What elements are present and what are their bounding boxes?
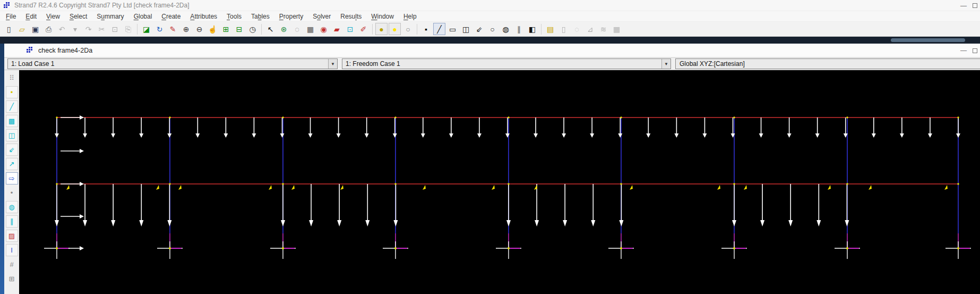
maximize-button[interactable] (973, 0, 980, 11)
edit-attribute-button[interactable]: ▰ (331, 23, 343, 35)
open-file-icon: ▱ (19, 26, 25, 33)
new-file-button[interactable]: ▯ (3, 23, 15, 35)
select-pointer-button[interactable]: ↖ (264, 23, 277, 35)
menu-edit[interactable]: Edit (21, 12, 41, 21)
new-file-icon: ▯ (7, 26, 11, 33)
menu-results[interactable]: Results (336, 12, 366, 21)
menu-tables[interactable]: Tables (246, 12, 274, 21)
select-beam-button[interactable]: ╱ (433, 23, 445, 35)
zoom-out-button[interactable]: ⊖ (193, 23, 205, 35)
select-vertex-button[interactable]: ○ (486, 23, 498, 35)
link-create-button[interactable]: ⇙ (6, 144, 18, 156)
results-graph-button[interactable]: ≋ (597, 23, 609, 35)
measure-button[interactable]: ∥ (513, 23, 525, 35)
beam-section-button[interactable]: I (6, 244, 18, 256)
document-minimize-button[interactable]: — (955, 45, 973, 56)
redraw-button[interactable]: ↻ (153, 23, 166, 35)
brick-create-button[interactable]: ◫ (6, 129, 18, 141)
menu-global[interactable]: Global (129, 12, 157, 21)
scale-up-button[interactable]: ⊞ (220, 23, 232, 35)
toolbar-separator (541, 24, 541, 35)
toolbar-separator (372, 24, 373, 35)
menu-view[interactable]: View (41, 12, 65, 21)
peek-tool-button[interactable]: ◌ (571, 23, 583, 35)
light-selected-button[interactable]: ● (389, 23, 401, 35)
grid-partial-button[interactable]: ⊞ (6, 273, 18, 285)
minimize-button[interactable]: — (955, 0, 973, 11)
save-file-button[interactable]: ▣ (29, 23, 41, 35)
morph-brush-button[interactable]: ✐ (357, 23, 369, 35)
solver-report-button[interactable]: ⊿ (584, 23, 596, 35)
floor-load-arrows (55, 184, 849, 226)
coordinate-system-panel: Global XYZ:[Cartesian] (675, 58, 980, 69)
rotate-view-globe-button[interactable]: ⊛ (278, 23, 290, 35)
zoom-in-button[interactable]: ⊕ (180, 23, 192, 35)
copy-button[interactable]: ⊡ (109, 23, 121, 35)
results-spreadsheet-button[interactable]: ▦ (611, 23, 623, 35)
menu-help[interactable]: Help (399, 12, 422, 21)
property-windows-button[interactable]: ▤ (544, 23, 556, 35)
model-canvas[interactable] (19, 70, 980, 294)
frame-view-button[interactable]: # (6, 258, 18, 271)
zoom-last-button[interactable]: ◷ (246, 23, 259, 35)
paste-button[interactable]: ⎘ (122, 23, 134, 35)
document-maximize-button[interactable] (973, 45, 980, 56)
pan-button[interactable]: ☝ (207, 23, 219, 35)
scale-down-button[interactable]: ⊟ (233, 23, 245, 35)
menu-summary[interactable]: Summary (92, 12, 128, 21)
menu-window[interactable]: Window (366, 12, 399, 21)
scratch-pad-button[interactable]: ▯ (557, 23, 570, 35)
menu-create[interactable]: Create (157, 12, 185, 21)
menu-file[interactable]: File (1, 12, 21, 21)
plate-create-button[interactable]: ▩ (6, 115, 18, 127)
light-selected-icon: ● (392, 26, 397, 33)
light-all-button[interactable]: ● (375, 23, 388, 35)
attribute-marker-button[interactable]: ⇨ (6, 172, 18, 184)
solver-report-icon: ⊿ (587, 26, 594, 33)
freedom-case-combobox[interactable]: 1: Freedom Case 1 ▼ (342, 58, 671, 69)
select-point-button[interactable]: ▪ (420, 23, 432, 35)
select-plate-button[interactable]: ▭ (446, 23, 459, 35)
beam-create-button[interactable]: ╱ (6, 100, 18, 113)
menu-solver[interactable]: Solver (308, 12, 336, 21)
maximize-icon (973, 3, 977, 8)
region-select-button[interactable]: ▨ (6, 230, 18, 242)
node-create-button[interactable]: • (6, 86, 18, 98)
display-grid-button[interactable]: ▦ (304, 23, 316, 35)
undo-button[interactable]: ↶ (56, 23, 68, 35)
select-plate-icon: ▭ (449, 26, 456, 33)
freedom-case-dropdown-icon[interactable]: ▼ (661, 59, 670, 69)
zoom-out-icon: ⊖ (196, 26, 203, 33)
morph-brush-icon: ✐ (360, 26, 367, 33)
roof-load-arrows (55, 117, 960, 138)
load-case-combobox[interactable]: 1: Load Case 1 ▼ (7, 58, 338, 69)
shade-mode-button[interactable]: ◧ (526, 23, 538, 35)
load-path-create-button[interactable]: ↗ (6, 158, 18, 170)
show-hide-entities-button[interactable]: ◪ (140, 23, 152, 35)
menu-select[interactable]: Select (65, 12, 92, 21)
select-link-button[interactable]: ⇙ (473, 23, 485, 35)
dynamic-rotate-button[interactable]: ✎ (167, 23, 179, 35)
app-title: Strand7 R2.4.6 Copyright Strand7 Pty Ltd… (14, 2, 190, 9)
print-button[interactable]: ⎙ (42, 23, 55, 35)
snap-grid-button[interactable]: ⠿ (6, 72, 18, 84)
cylinder-create-button[interactable]: ◍ (6, 201, 18, 213)
copy-attributes-button[interactable]: ⊡ (344, 23, 356, 35)
region-select-icon: ▨ (8, 232, 15, 239)
entity-toggle-button[interactable]: ◉ (317, 23, 330, 35)
select-region-circle-button[interactable]: ◌ (291, 23, 303, 35)
load-case-dropdown-icon[interactable]: ▼ (328, 59, 337, 69)
redo-button[interactable]: ↷ (82, 23, 94, 35)
select-cylinder-button[interactable]: ◍ (500, 23, 512, 35)
light-off-button[interactable]: ○ (402, 23, 414, 35)
undo-history-button[interactable]: ▾ (69, 23, 81, 35)
menu-tools[interactable]: Tools (222, 12, 246, 21)
menu-property[interactable]: Property (274, 12, 308, 21)
measure-tool-button[interactable]: ∥ (6, 215, 18, 228)
cut-button[interactable]: ✂ (96, 23, 108, 35)
menu-attributes[interactable]: Attributes (185, 12, 222, 21)
open-file-button[interactable]: ▱ (16, 23, 28, 35)
select-brick-button[interactable]: ◫ (460, 23, 472, 35)
show-hide-entities-icon: ◪ (143, 26, 150, 33)
vertex-dot-button[interactable]: • (6, 187, 18, 199)
